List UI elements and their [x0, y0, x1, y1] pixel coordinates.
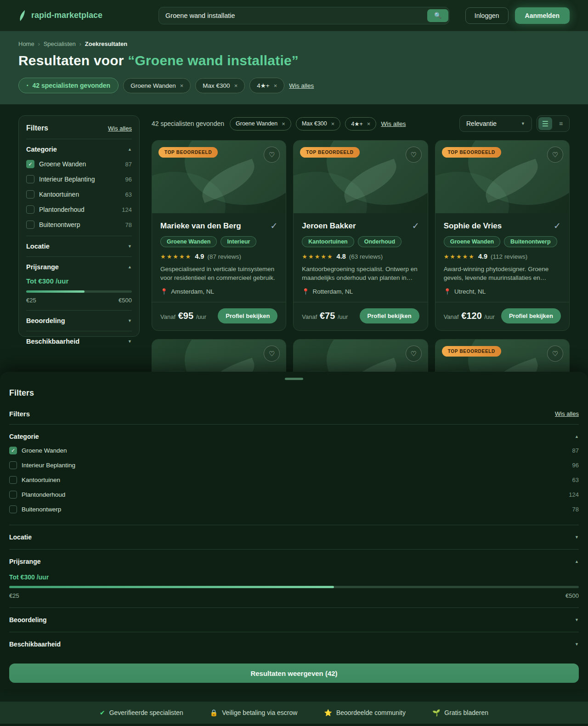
- filter-chip-4-stars[interactable]: 4★+×: [249, 78, 284, 93]
- checkbox-checked-icon[interactable]: ✓: [26, 160, 34, 168]
- specialty-tag[interactable]: Interieur: [220, 236, 256, 247]
- price-section-toggle[interactable]: Prijsrange ▲: [26, 263, 132, 271]
- sheet-drag-handle[interactable]: [285, 378, 303, 380]
- view-profile-button[interactable]: Profiel bekijken: [501, 308, 561, 323]
- specialty-tag[interactable]: Kantoortuinen: [302, 236, 354, 247]
- sheet-category-section-toggle[interactable]: Categorie ▲: [9, 430, 579, 443]
- select-caret-icon: ▼: [521, 121, 525, 126]
- chip-close-icon[interactable]: ×: [282, 120, 285, 127]
- breadcrumb-home[interactable]: Home: [18, 40, 34, 47]
- reviews-count: (87 reviews): [207, 253, 241, 260]
- chip-close-icon[interactable]: ×: [367, 120, 371, 127]
- chip-close-icon[interactable]: ×: [274, 82, 277, 89]
- results-toolbar: 42 specialisten gevonden Groene Wanden× …: [152, 115, 570, 132]
- toolbar-chip-4-stars[interactable]: 4★+×: [345, 117, 376, 130]
- specialist-card[interactable]: TOP BEOORDEELD ♡ Sophie de Vries ✓ Groen…: [435, 140, 570, 331]
- category-checkbox-kantoortuinen[interactable]: Kantoortuinen 63: [26, 190, 132, 199]
- stars-icon: ★★★★★: [444, 253, 475, 260]
- checkbox-icon[interactable]: [9, 491, 17, 499]
- sheet-category-checkbox-kantoortuinen[interactable]: Kantoortuinen 63: [9, 472, 579, 487]
- list-view-button[interactable]: ☰: [538, 117, 552, 130]
- checkbox-icon[interactable]: [26, 205, 34, 214]
- specialist-card[interactable]: ♡: [293, 339, 428, 372]
- sort-value: Relevantie: [466, 120, 497, 127]
- clear-all-link[interactable]: Wis alles: [289, 82, 314, 89]
- category-checkbox-interieur-beplanting[interactable]: Interieur Beplanting 96: [26, 175, 132, 183]
- specialist-card[interactable]: TOP BEOORDEELD ♡ Marieke van den Berg ✓ …: [152, 140, 286, 331]
- favorite-button[interactable]: ♡: [406, 147, 422, 163]
- view-toggle: ☰ ≡: [537, 115, 570, 132]
- search-input[interactable]: [158, 7, 449, 24]
- grid-view-button[interactable]: ≡: [554, 117, 568, 130]
- card-cover-image: ♡: [152, 340, 286, 372]
- specialist-card[interactable]: TOP BEOORDEELD ♡ Jeroen Bakker ✓ Kantoor…: [293, 140, 428, 331]
- checkbox-icon[interactable]: [9, 461, 17, 469]
- page-gap: [0, 689, 588, 702]
- filter-chip-max-300[interactable]: Max €300×: [195, 78, 245, 93]
- specialty-tag[interactable]: Onderhoud: [358, 236, 401, 247]
- category-checkbox-plantonderhoud[interactable]: Plantonderhoud 124: [26, 205, 132, 214]
- availability-section-toggle[interactable]: Beschikbaarheid ▼: [26, 338, 132, 345]
- favorite-button[interactable]: ♡: [547, 346, 563, 362]
- sheet-clear-all-link[interactable]: Wis alles: [555, 410, 579, 417]
- specialist-card[interactable]: ♡: [152, 339, 286, 372]
- toolbar-chip-groene-wanden[interactable]: Groene Wanden×: [230, 117, 291, 130]
- chip-close-icon[interactable]: ×: [180, 82, 184, 89]
- card-cover-image: TOP BEOORDEELD ♡: [152, 141, 286, 213]
- checkbox-checked-icon[interactable]: ✓: [9, 447, 17, 454]
- show-results-button[interactable]: Resultaten weergeven (42): [9, 664, 579, 683]
- leaf-logo-icon: [18, 10, 27, 22]
- category-checkbox-groene-wanden[interactable]: ✓ Groene Wanden 87: [26, 160, 132, 168]
- location-text: Utrecht, NL: [454, 288, 486, 295]
- specialist-card[interactable]: TOP BEOORDEELD ♡: [435, 339, 570, 372]
- checkbox-icon[interactable]: [9, 505, 17, 513]
- chip-close-icon[interactable]: ×: [234, 82, 238, 89]
- sheet-category-checkbox-groene-wanden[interactable]: ✓ Groene Wanden 87: [9, 443, 579, 458]
- top-rated-badge: TOP BEOORDEELD: [158, 147, 218, 158]
- specialty-tag[interactable]: Groene Wanden: [160, 236, 217, 247]
- brand-logo[interactable]: rapid-marketplace: [18, 10, 102, 22]
- login-button[interactable]: Inloggen: [465, 7, 509, 24]
- sheet-category-checkbox-buitenontwerp[interactable]: Buitenontwerp 78: [9, 502, 579, 516]
- location-text: Rotterdam, NL: [313, 288, 353, 295]
- specialty-tag[interactable]: Buitenontwerp: [504, 236, 557, 247]
- price-range-slider[interactable]: [26, 290, 132, 293]
- sheet-category-checkbox-plantonderhoud[interactable]: Plantonderhoud 124: [9, 487, 579, 502]
- sheet-price-section-toggle[interactable]: Prijsrange ▲: [9, 555, 579, 568]
- toolbar-clear-all-link[interactable]: Wis alles: [381, 120, 406, 127]
- category-checkbox-buitenontwerp[interactable]: Buitenontwerp 78: [26, 221, 132, 229]
- sheet-category-checkbox-interieur-beplanting[interactable]: Interieur Beplanting 96: [9, 458, 579, 472]
- category-section-toggle[interactable]: Categorie ▲: [26, 146, 132, 153]
- chevron-down-icon: ▼: [128, 339, 132, 344]
- favorite-button[interactable]: ♡: [547, 147, 563, 163]
- favorite-button[interactable]: ♡: [406, 346, 422, 362]
- breadcrumb-specialisten[interactable]: Specialisten: [44, 40, 76, 47]
- sheet-price-range-slider[interactable]: [9, 586, 579, 588]
- checkbox-icon[interactable]: [26, 221, 34, 229]
- specialist-name: Sophie de Vries: [444, 221, 502, 231]
- view-profile-button[interactable]: Profiel bekijken: [360, 308, 419, 323]
- rating-section-toggle[interactable]: Beoordeling ▼: [26, 317, 132, 324]
- breadcrumb: Home › Specialisten › Zoekresultaten: [18, 40, 570, 47]
- checkbox-icon[interactable]: [26, 175, 34, 183]
- sheet-availability-section-toggle[interactable]: Beschikbaarheid ▼: [9, 638, 579, 651]
- price-amount: €95: [178, 311, 193, 321]
- specialty-tag[interactable]: Groene Wanden: [444, 236, 500, 247]
- price-max-label: €500: [565, 592, 579, 599]
- filter-chip-groene-wanden[interactable]: Groene Wanden×: [123, 78, 191, 93]
- search-button[interactable]: 🔍: [427, 9, 448, 22]
- sheet-rating-section-toggle[interactable]: Beoordeling ▼: [9, 613, 579, 626]
- category-count: 96: [125, 176, 132, 183]
- toolbar-chip-max-300[interactable]: Max €300×: [296, 117, 341, 130]
- location-text: Amsterdam, NL: [171, 288, 214, 295]
- location-section-toggle[interactable]: Locatie ▼: [26, 243, 132, 250]
- heart-icon: ♡: [410, 151, 416, 159]
- sidebar-clear-all-link[interactable]: Wis alles: [108, 125, 132, 132]
- chip-close-icon[interactable]: ×: [331, 120, 335, 127]
- checkbox-icon[interactable]: [9, 476, 17, 484]
- sort-select[interactable]: Relevantie ▼: [459, 115, 532, 132]
- view-profile-button[interactable]: Profiel bekijken: [218, 308, 277, 323]
- sheet-location-section-toggle[interactable]: Locatie ▼: [9, 531, 579, 544]
- checkbox-icon[interactable]: [26, 190, 34, 199]
- signup-button[interactable]: Aanmelden: [515, 7, 570, 24]
